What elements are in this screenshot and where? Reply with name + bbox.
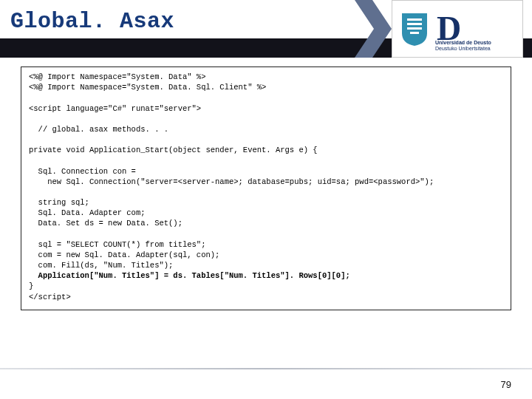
code-line-bold: Application["Num. Titles"] = ds. Tables[… xyxy=(29,271,350,280)
page-title: Global. Asax xyxy=(10,9,174,34)
svg-rect-4 xyxy=(410,32,419,34)
svg-marker-0 xyxy=(355,0,392,58)
code-line: <%@ Import Namespace="System. Data" %> xyxy=(29,72,205,81)
footer-divider xyxy=(0,368,532,369)
shield-icon xyxy=(400,11,429,47)
code-line: private void Application_Start(object se… xyxy=(29,146,318,154)
code-line: Sql. Data. Adapter com; xyxy=(29,208,146,217)
code-block: <%@ Import Namespace="System. Data" %> <… xyxy=(21,66,511,310)
code-line: sql = "SELECT COUNT(*) from titles"; xyxy=(29,240,205,249)
svg-rect-1 xyxy=(407,18,422,21)
uni-line2: Deustuko Unibertsitatea xyxy=(435,46,491,52)
code-line: </scr xyxy=(29,293,52,301)
svg-rect-2 xyxy=(407,23,422,25)
slide: Global. Asax D Universidad de Deusto De xyxy=(0,0,532,399)
uni-line1: Universidad de Deusto xyxy=(435,40,491,47)
code-line: com = new Sql. Data. Adapter(sql, con); xyxy=(29,250,219,259)
code-line: Sql. Connection con = xyxy=(29,167,136,176)
logo-chevron xyxy=(355,0,392,58)
code-line: <script language="C#" runat="server"> xyxy=(29,104,201,113)
code-line: new Sql. Connection("server=<server-name… xyxy=(29,177,434,186)
code-line: <%@ Import Namespace="System. Data. Sql.… xyxy=(29,83,266,92)
code-line: com. Fill(ds, "Num. Titles"); xyxy=(29,261,173,270)
header: Global. Asax D Universidad de Deusto De xyxy=(0,0,532,58)
code-line: string sql; xyxy=(29,198,89,207)
code-line: ipt> xyxy=(52,293,71,301)
code-line: Data. Set ds = new Data. Set(); xyxy=(29,219,183,228)
university-logo: D Universidad de Deusto Deustuko Unibert… xyxy=(392,0,523,58)
university-name: Universidad de Deusto Deustuko Unibertsi… xyxy=(435,40,491,53)
code-line: // global. asax methods. . . xyxy=(29,125,168,134)
svg-rect-3 xyxy=(407,27,422,30)
code-line: } xyxy=(29,282,33,290)
page-number: 79 xyxy=(501,379,511,390)
chevron-icon xyxy=(355,0,392,58)
